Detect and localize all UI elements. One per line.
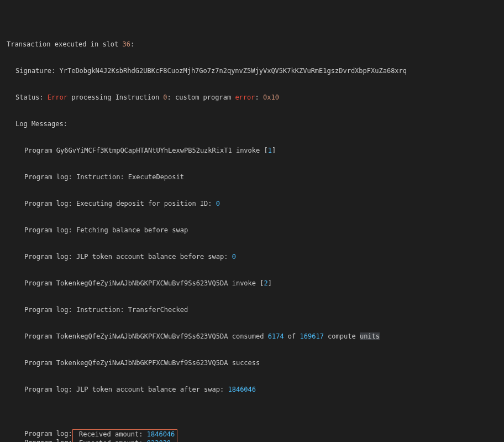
log-line: Program log: Instruction: TransferChecke… <box>0 305 504 314</box>
terminal-output: Transaction executed in slot 36: Signatu… <box>0 0 504 442</box>
log-line: Program log: Instruction: ExecuteDeposit <box>0 173 504 181</box>
log-prefix: Program log: <box>24 438 72 442</box>
log-line: Program log: JLP token account balance b… <box>0 252 504 261</box>
highlight-box-group: Program log:Program log:Program log:Prog… <box>0 429 504 442</box>
highlight-box-row: Expected amount: 923030 <box>75 439 175 442</box>
log-prefix: Program log: <box>24 429 72 438</box>
log-line: Program log: Fetching balance before swa… <box>0 226 504 235</box>
highlight-box-row: Received amount: 1846046 <box>75 430 175 439</box>
log-messages-label: Log Messages: <box>0 119 504 128</box>
status-line: Status: Error processing Instruction 0: … <box>0 93 504 102</box>
log-line: Program log: Executing deposit for posit… <box>0 199 504 208</box>
signature-line: Signature: YrTeDobgkN4J2KsbRhdG2UBKcF8Cu… <box>0 66 504 75</box>
tx-header: Transaction executed in slot 36: <box>0 40 504 49</box>
highlight-box: Received amount: 1846046 Expected amount… <box>72 429 178 442</box>
highlight-box-prefix-col: Program log:Program log:Program log:Prog… <box>24 429 72 442</box>
log-line: Program log: JLP token account balance a… <box>0 385 504 394</box>
log-line: Program Gy6GvYiMCFf3KtmpQCapHTANtUYhLexw… <box>0 146 504 155</box>
log-line: Program TokenkegQfeZyiNwAJbNbGKPFXCWuBvf… <box>0 332 504 341</box>
log-line: Program TokenkegQfeZyiNwAJbNbGKPFXCWuBvf… <box>0 279 504 288</box>
log-line: Program TokenkegQfeZyiNwAJbNbGKPFXCWuBvf… <box>0 358 504 367</box>
